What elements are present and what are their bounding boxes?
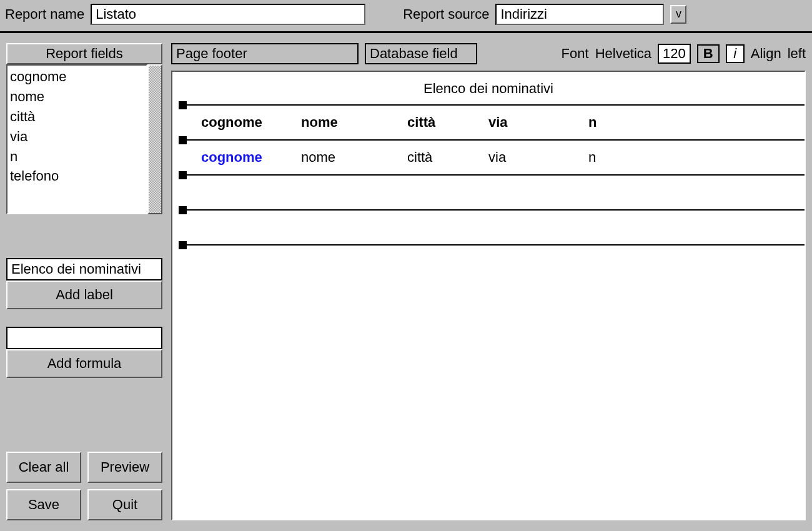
- align-value[interactable]: left: [788, 46, 806, 62]
- data-field-selected[interactable]: cognome: [201, 149, 295, 166]
- list-item[interactable]: n: [10, 147, 144, 167]
- report-fields-list: cognome nome città via n telefono: [6, 64, 162, 214]
- align-label: Align: [751, 46, 781, 62]
- add-formula-button[interactable]: Add formula: [6, 349, 162, 378]
- bottom-button-grid: Clear all Preview Save Quit: [6, 452, 162, 520]
- clear-all-button[interactable]: Clear all: [6, 452, 81, 483]
- report-name-input[interactable]: [91, 4, 365, 25]
- font-label: Font: [562, 46, 589, 62]
- band-handle-icon[interactable]: [179, 171, 187, 179]
- formula-text-input[interactable]: [6, 327, 162, 349]
- save-button[interactable]: Save: [6, 489, 81, 520]
- col-header[interactable]: nome: [301, 114, 401, 131]
- band-report-header[interactable]: cognome nome città via n: [184, 104, 805, 139]
- column-headers-row: cognome nome città via n: [184, 106, 805, 131]
- label-text-input[interactable]: [6, 258, 162, 280]
- band-handle-icon[interactable]: [179, 136, 187, 144]
- section-selector[interactable]: Page footer: [171, 43, 359, 64]
- list-item[interactable]: cognome: [10, 67, 144, 87]
- band-page-footer[interactable]: [184, 209, 805, 244]
- report-source-input[interactable]: [495, 4, 664, 25]
- report-name-label: Report name: [5, 6, 84, 22]
- fields-scrollbar[interactable]: [147, 64, 162, 214]
- col-header[interactable]: via: [488, 114, 582, 131]
- preview-button[interactable]: Preview: [87, 452, 162, 483]
- report-title-field[interactable]: Elenco dei nominativi: [172, 77, 805, 104]
- field-type-selector[interactable]: Database field: [365, 43, 477, 64]
- report-fields-list-inner[interactable]: cognome nome città via n telefono: [6, 64, 147, 214]
- quit-button[interactable]: Quit: [87, 489, 162, 520]
- main-area: Report fields cognome nome città via n t…: [0, 33, 812, 527]
- band-handle-icon[interactable]: [179, 101, 187, 109]
- report-source-label: Report source: [403, 6, 489, 22]
- col-header[interactable]: n: [588, 114, 626, 131]
- report-fields-title: Report fields: [6, 43, 162, 64]
- band-page-header[interactable]: cognome nome città via n: [184, 139, 805, 174]
- col-header[interactable]: cognome: [201, 114, 295, 131]
- band-report-footer[interactable]: [184, 244, 805, 246]
- band-handle-icon[interactable]: [179, 241, 187, 249]
- data-field[interactable]: città: [407, 149, 482, 166]
- list-item[interactable]: via: [10, 127, 144, 147]
- report-canvas[interactable]: Elenco dei nominativi cognome nome città…: [171, 71, 806, 520]
- italic-button[interactable]: i: [726, 44, 745, 63]
- add-label-button[interactable]: Add label: [6, 280, 162, 309]
- font-size-input[interactable]: 120: [658, 44, 691, 64]
- format-toolbar: Page footer Database field Font Helvetic…: [171, 43, 806, 64]
- left-panel: Report fields cognome nome città via n t…: [6, 43, 162, 520]
- top-bar: Report name Report source v: [0, 0, 812, 33]
- font-value[interactable]: Helvetica: [595, 46, 651, 62]
- band-handle-icon[interactable]: [179, 206, 187, 214]
- band-detail[interactable]: [184, 174, 805, 209]
- list-item[interactable]: nome: [10, 87, 144, 107]
- data-field[interactable]: n: [588, 149, 626, 166]
- right-panel: Page footer Database field Font Helvetic…: [171, 43, 806, 520]
- list-item[interactable]: città: [10, 107, 144, 127]
- list-item[interactable]: telefono: [10, 166, 144, 186]
- report-source-dropdown-button[interactable]: v: [670, 5, 686, 24]
- bold-button[interactable]: B: [697, 44, 720, 63]
- col-header[interactable]: città: [407, 114, 482, 131]
- data-field[interactable]: nome: [301, 149, 401, 166]
- data-field[interactable]: via: [488, 149, 582, 166]
- data-fields-row: cognome nome città via n: [184, 141, 805, 166]
